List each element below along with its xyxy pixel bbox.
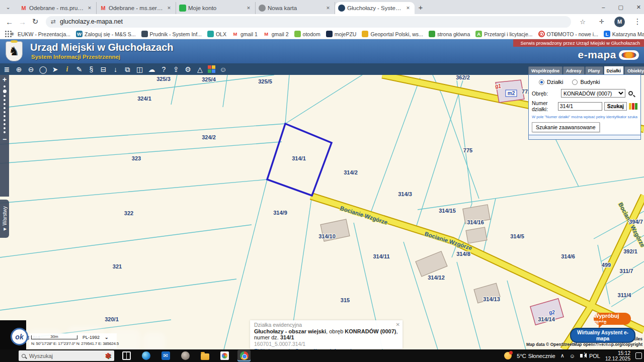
reload-button[interactable]: ↻ (29, 17, 42, 26)
mail-app[interactable]: ✉ (159, 350, 172, 361)
weather-temp[interactable]: 5°C (517, 353, 526, 359)
bookmark-item[interactable]: Geoportal Polski, ws... (362, 31, 423, 37)
bookmark-item[interactable]: OLX (207, 31, 226, 37)
bookmark-item[interactable]: ✳EUKW - Prezentacja... (9, 31, 70, 37)
gimp-app[interactable] (179, 350, 192, 361)
tab-adresy[interactable]: Adresy (563, 66, 585, 74)
photos-app[interactable] (218, 350, 231, 361)
bookmark-item[interactable]: Mgmail 1 (232, 31, 258, 37)
zoom-level-dot[interactable] (4, 99, 6, 101)
browser-tab[interactable]: Głuchołazy - System Informacj✕ (335, 2, 415, 14)
extensions-icon[interactable]: ✛ (595, 18, 608, 25)
virtual-assistant-button[interactable]: Wirtualny Asystent e-mapa (v.0.3.6) (570, 328, 635, 343)
layout-icon[interactable]: ◫ (135, 64, 144, 75)
zoom-out-icon[interactable]: ⊖ (27, 64, 35, 75)
layers-panel-tab[interactable]: ▼ Warstwy (0, 200, 9, 238)
tray-chevron-icon[interactable]: ∧ (560, 352, 565, 359)
maximize-button[interactable]: ▢ (618, 4, 623, 11)
legend-colors-icon[interactable] (629, 103, 637, 110)
layers-icon[interactable]: ≣ (3, 64, 11, 75)
close-button[interactable]: ✕ (636, 4, 641, 11)
bookmark-item[interactable]: APrzetargi i licytacje... (475, 31, 532, 37)
tab-close-icon[interactable]: ✕ (405, 6, 412, 11)
radio-budynki[interactable]: Budynki (572, 79, 600, 85)
zoom-level-dot[interactable] (4, 107, 6, 109)
radio-icon[interactable] (572, 79, 578, 85)
feedback-icon[interactable]: ☺ (219, 64, 227, 75)
contact-icon[interactable]: ☺ (570, 353, 575, 359)
new-tab-button[interactable]: + (415, 2, 427, 14)
identify-icon[interactable]: i (63, 64, 71, 75)
notification-center-icon[interactable] (635, 352, 642, 359)
bookmark-item[interactable]: Mgmail 2 (263, 31, 289, 37)
zoom-level-dot[interactable] (4, 119, 6, 121)
tab-close-icon[interactable]: ✕ (86, 6, 93, 11)
taskbar-search[interactable]: Wyszukaj ✽ (19, 350, 114, 361)
zoom-level-dot[interactable] (4, 85, 6, 87)
zoom-out-button[interactable]: − (3, 135, 7, 144)
tab-plany[interactable]: Plany (585, 66, 603, 74)
zoom-in-button[interactable]: + (3, 75, 7, 84)
tab-search-chevron-icon[interactable]: ⌄ (4, 4, 12, 12)
szukaj-button[interactable]: Szukaj (604, 102, 627, 111)
tab-współrzędne[interactable]: Współrzędne (528, 66, 562, 74)
radio-icon[interactable] (539, 79, 544, 85)
copy-map-icon[interactable]: ⧉ (123, 64, 132, 75)
advanced-search-button[interactable]: Szukanie zaawansowane (532, 122, 600, 132)
print-icon[interactable]: ⊟ (99, 64, 108, 75)
assistant-cta-bubble[interactable]: Wypróbuj mnie (594, 313, 631, 325)
numer-dzialki-input[interactable] (558, 102, 602, 111)
tab-close-icon[interactable]: ✕ (245, 6, 252, 11)
browser-tab[interactable]: Nowa karta✕ (256, 2, 335, 14)
zoom-level-dot[interactable] (4, 111, 6, 113)
forward-button[interactable]: → (16, 18, 29, 26)
zoom-level-dot[interactable] (3, 89, 7, 93)
bookmark-item[interactable]: otodom (294, 31, 320, 37)
crs-chevron-icon[interactable]: ⌄ (105, 335, 109, 340)
speaker-icon[interactable] (580, 354, 583, 357)
weather-desc[interactable]: Słonecznie (528, 353, 555, 359)
bookmark-star-icon[interactable]: ☆ (576, 18, 589, 26)
zoom-level-dot[interactable] (4, 131, 6, 133)
bookmark-item[interactable]: WZaloguj się - M&S S... (76, 31, 136, 37)
tab-obiekty[interactable]: Obiekty (624, 66, 644, 74)
map-area[interactable]: Bocianie WzgórzeBocianie WzgórzeBocianie… (0, 75, 644, 349)
menu-dots-icon[interactable]: ⋮ (631, 17, 644, 26)
bookmark-item[interactable]: LKatarzyna Marta Dzi... (604, 31, 644, 37)
clock[interactable]: 15:1212.12.2025 (605, 350, 630, 361)
task-view-app[interactable] (120, 350, 133, 361)
geoportal-ok-logo[interactable]: ok (11, 328, 28, 345)
tab-close-icon[interactable]: ✕ (166, 6, 173, 11)
profile-avatar[interactable]: M (614, 17, 625, 27)
radio-działki[interactable]: Działki (539, 79, 563, 85)
file-explorer-app[interactable] (198, 350, 211, 361)
search-magnifier-icon[interactable] (628, 91, 633, 96)
help-icon[interactable]: ? (159, 64, 168, 75)
bookmark-item[interactable]: OOTOMOTO - nowe i... (538, 31, 598, 37)
browser-tab[interactable]: MOdebrane - ms.services.london✕ (97, 2, 176, 14)
mirror-icon[interactable]: △ (196, 64, 204, 75)
browser-tab[interactable]: MOdebrane - ms.prudnik.nieruch✕ (17, 2, 97, 14)
bookmark-item[interactable]: mojePZU (326, 31, 357, 37)
bookmarks-overflow-icon[interactable]: » (553, 31, 557, 38)
language-indicator[interactable]: POL (589, 353, 600, 359)
zoom-level-dot[interactable] (4, 115, 6, 117)
select-area-icon[interactable]: ◯ (39, 64, 47, 75)
zoom-level-dot[interactable] (4, 123, 6, 125)
address-bar[interactable]: ⇄ glucholazy.e-mapa.net (46, 16, 571, 28)
emapa-logo[interactable]: e-mapa (578, 49, 639, 61)
minimize-button[interactable]: – (602, 4, 605, 10)
zoom-level-dot[interactable] (4, 103, 6, 105)
tab-działki[interactable]: Działki (604, 66, 624, 74)
legend-icon[interactable] (208, 65, 215, 73)
share-icon[interactable]: ⇪ (172, 64, 180, 75)
obreb-select[interactable]: KONRADÓW (0007) (561, 89, 625, 98)
zoom-in-icon[interactable]: ⊕ (15, 64, 23, 75)
draw-icon[interactable]: ☁ (147, 64, 156, 75)
popup-close-icon[interactable]: ✕ (396, 322, 400, 327)
tab-close-icon[interactable]: ✕ (325, 6, 332, 11)
settings-icon[interactable]: ⚙ (184, 64, 192, 75)
pointer-icon[interactable]: ➤ (51, 64, 59, 75)
bookmark-item[interactable]: strona główna (429, 31, 470, 37)
chrome-app[interactable] (237, 350, 251, 361)
